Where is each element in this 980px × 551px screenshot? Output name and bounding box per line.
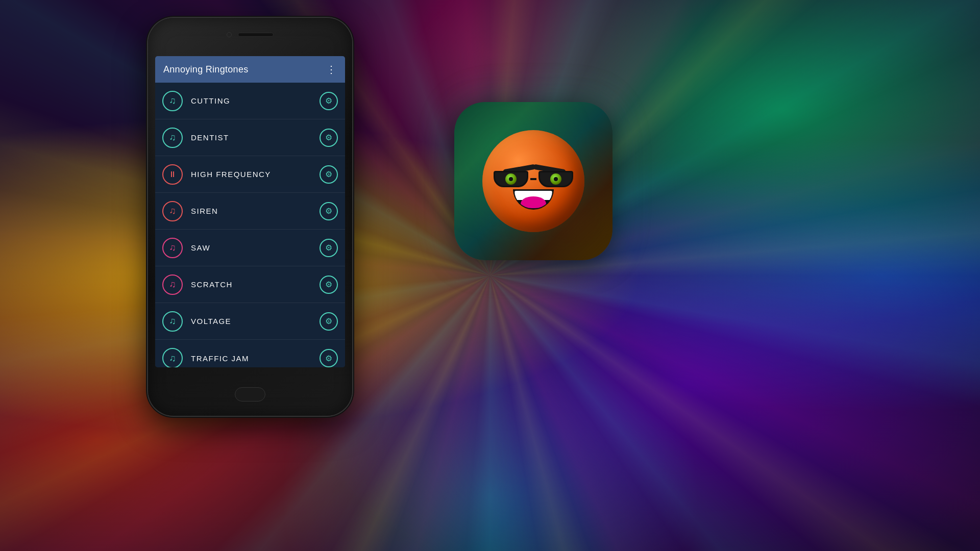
- list-item[interactable]: ♫ SCRATCH ⚙: [155, 266, 345, 303]
- music-play-icon[interactable]: ♫: [162, 201, 183, 221]
- music-play-icon[interactable]: ♫: [162, 348, 183, 367]
- phone-home-button[interactable]: [235, 387, 265, 402]
- phone-top: [227, 32, 274, 37]
- ringtone-name: DENTIST: [191, 133, 320, 142]
- music-note-icon: ♫: [169, 132, 176, 143]
- emoji-eye-left: [505, 173, 517, 185]
- list-item[interactable]: ♫ CUTTING ⚙: [155, 83, 345, 119]
- settings-icon[interactable]: ⚙: [320, 239, 338, 257]
- app-icon-background: [454, 102, 612, 260]
- music-note-icon: ♫: [169, 316, 176, 327]
- list-item[interactable]: ♫ VOLTAGE ⚙: [155, 303, 345, 340]
- app-icon-display: [454, 102, 612, 260]
- settings-icon[interactable]: ⚙: [320, 92, 338, 110]
- gear-icon: ⚙: [325, 133, 332, 142]
- background-rays: [0, 0, 980, 551]
- ringtone-list: ♫ CUTTING ⚙ ♫ DENTIST ⚙: [155, 83, 345, 367]
- settings-icon[interactable]: ⚙: [320, 276, 338, 294]
- music-note-icon: ♫: [169, 242, 176, 253]
- gear-icon: ⚙: [325, 169, 332, 179]
- ringtone-name: SAW: [191, 243, 320, 252]
- music-play-icon[interactable]: ♫: [162, 91, 183, 111]
- gear-icon: ⚙: [325, 243, 332, 253]
- ringtone-name: VOLTAGE: [191, 317, 320, 325]
- emoji-face: [482, 130, 584, 232]
- phone-body: Annoying Ringtones ⋮ ♫ CUTTING ⚙: [148, 18, 352, 416]
- pause-icon[interactable]: ⏸: [162, 164, 183, 185]
- music-note-icon: ♫: [169, 279, 176, 290]
- settings-icon[interactable]: ⚙: [320, 312, 338, 331]
- music-play-icon[interactable]: ♫: [162, 238, 183, 258]
- gear-icon: ⚙: [325, 354, 332, 363]
- ringtone-name: CUTTING: [191, 96, 320, 105]
- list-item[interactable]: ♫ SAW ⚙: [155, 230, 345, 266]
- music-play-icon[interactable]: ♫: [162, 128, 183, 148]
- list-item[interactable]: ⏸ HIGH FREQUENCY ⚙: [155, 156, 345, 193]
- phone-speaker: [238, 33, 274, 37]
- app-header: Annoying Ringtones ⋮: [155, 56, 345, 83]
- list-item[interactable]: ♫ SIREN ⚙: [155, 193, 345, 230]
- settings-icon[interactable]: ⚙: [320, 349, 338, 367]
- music-play-icon[interactable]: ♫: [162, 311, 183, 332]
- glasses-lens-right: [538, 171, 573, 187]
- emoji-eye-right: [550, 173, 561, 185]
- gear-icon: ⚙: [325, 206, 332, 216]
- ringtone-name: HIGH FREQUENCY: [191, 170, 320, 179]
- glasses-lens-left: [494, 171, 528, 187]
- settings-icon[interactable]: ⚙: [320, 202, 338, 220]
- menu-icon[interactable]: ⋮: [326, 63, 337, 76]
- gear-icon: ⚙: [325, 280, 332, 289]
- list-item[interactable]: ♫ DENTIST ⚙: [155, 119, 345, 156]
- gear-icon: ⚙: [325, 96, 332, 106]
- glasses-frame: [494, 171, 573, 187]
- pause-symbol: ⏸: [168, 170, 177, 179]
- phone-camera: [227, 32, 232, 37]
- settings-icon[interactable]: ⚙: [320, 129, 338, 147]
- phone-screen: Annoying Ringtones ⋮ ♫ CUTTING ⚙: [155, 56, 345, 367]
- music-play-icon[interactable]: ♫: [162, 274, 183, 295]
- music-note-icon: ♫: [169, 206, 176, 216]
- app-title: Annoying Ringtones: [163, 64, 249, 75]
- gear-icon: ⚙: [325, 316, 332, 326]
- ringtone-name: SIREN: [191, 207, 320, 215]
- music-note-icon: ♫: [169, 353, 176, 364]
- list-item[interactable]: ♫ TRAFFIC JAM ⚙: [155, 340, 345, 367]
- music-note-icon: ♫: [169, 95, 176, 106]
- emoji-tongue: [521, 196, 546, 210]
- ringtone-name: TRAFFIC JAM: [191, 354, 320, 363]
- ringtone-name: SCRATCH: [191, 280, 320, 289]
- settings-icon[interactable]: ⚙: [320, 165, 338, 184]
- glasses-bridge: [530, 178, 536, 180]
- emoji-glasses: [487, 171, 579, 187]
- phone-mockup: Annoying Ringtones ⋮ ♫ CUTTING ⚙: [148, 18, 352, 416]
